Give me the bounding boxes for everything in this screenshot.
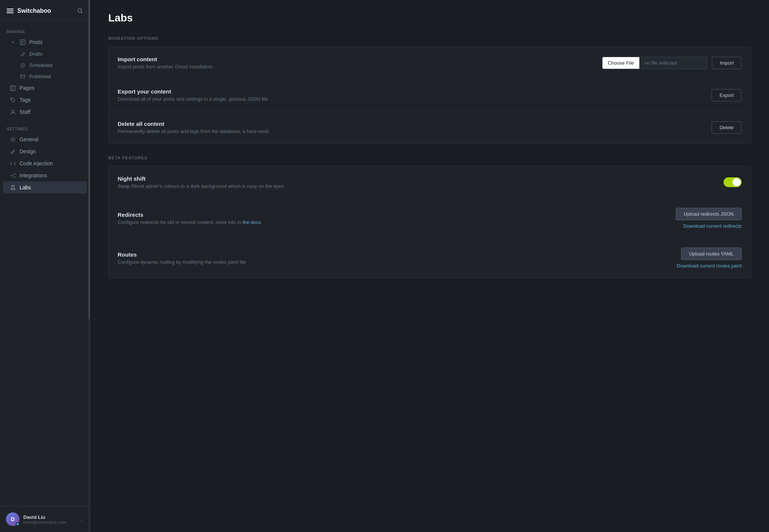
delete-card: Delete all content Permanently delete al…: [108, 112, 751, 144]
user-info: D David Liu team@switchaboo.com: [6, 512, 67, 526]
import-card-row: Import content Import posts from another…: [118, 56, 742, 70]
sidebar-item-staff[interactable]: Staff: [3, 106, 87, 118]
choose-file-button[interactable]: Choose File: [602, 57, 639, 69]
import-button[interactable]: Import: [712, 57, 742, 69]
export-desc: Download all of your posts and settings …: [118, 96, 268, 102]
drafts-icon: [20, 51, 26, 57]
import-info: Import content Import posts from another…: [118, 56, 212, 70]
file-name-text: no file selected: [639, 57, 683, 69]
import-file-wrapper: Choose File no file selected Import: [602, 57, 742, 69]
code-icon: [10, 160, 16, 166]
export-title: Export your content: [118, 88, 268, 95]
routes-actions: Upload routes YAML Download current rout…: [677, 248, 742, 269]
published-icon: [20, 73, 26, 79]
svg-line-1: [81, 12, 82, 13]
night-shift-info: Night shift Swap Ghost admin's colours t…: [118, 175, 284, 189]
avatar-badge: [16, 522, 20, 526]
gear-icon: [10, 136, 16, 142]
sidebar-header: Switchaboo: [0, 0, 90, 21]
code-injection-label: Code injection: [20, 160, 53, 166]
file-input-display: Choose File no file selected: [602, 57, 707, 69]
redirects-row: Redirects Configure redirects for old or…: [118, 208, 742, 229]
redirects-title: Redirects: [118, 212, 261, 218]
night-shift-toggle[interactable]: [724, 177, 742, 187]
download-routes-link[interactable]: Download current routes.yaml: [677, 263, 742, 269]
sidebar-item-general[interactable]: General: [3, 133, 87, 145]
svg-line-25: [12, 175, 14, 177]
sidebar-item-drafts[interactable]: Drafts: [3, 48, 87, 59]
sidebar-item-tags[interactable]: Tags: [3, 94, 87, 106]
drafts-label: Drafts: [29, 51, 42, 57]
night-shift-title: Night shift: [118, 175, 284, 182]
sidebar-item-pages[interactable]: Pages: [3, 82, 87, 94]
clock-icon: [20, 62, 26, 68]
night-shift-card: Night shift Swap Ghost admin's colours t…: [108, 166, 751, 198]
chevron-down-icon: [10, 39, 16, 45]
delete-button[interactable]: Delete: [711, 121, 742, 134]
svg-point-18: [12, 110, 14, 112]
search-button[interactable]: [77, 8, 83, 14]
svg-point-17: [12, 99, 12, 100]
pages-icon: [10, 85, 16, 91]
svg-line-8: [23, 65, 23, 66]
night-shift-row: Night shift Swap Ghost admin's colours t…: [118, 175, 742, 189]
import-desc: Import posts from another Ghost installa…: [118, 64, 212, 70]
sidebar-item-code-injection[interactable]: Code injection: [3, 157, 87, 169]
routes-info: Routes Configure dynamic routing by modi…: [118, 251, 246, 265]
redirects-docs-link[interactable]: the docs: [242, 219, 261, 225]
redirects-desc: Configure redirects for old or moved con…: [118, 219, 261, 225]
sidebar-nav: MANAGE Posts: [0, 21, 90, 506]
avatar: D: [6, 512, 20, 526]
tags-label: Tags: [20, 97, 31, 103]
sidebar-brand: Switchaboo: [7, 8, 51, 14]
staff-label: Staff: [20, 109, 30, 115]
download-redirects-link[interactable]: Download current redirects: [683, 223, 742, 229]
beta-section-label: BETA FEATURES: [108, 156, 751, 160]
labs-label: Labs: [20, 184, 31, 190]
design-label: Design: [20, 148, 36, 154]
svg-rect-14: [11, 86, 13, 90]
page-title: Labs: [108, 12, 751, 24]
sidebar-item-posts[interactable]: Posts: [3, 36, 87, 48]
settings-section-label: SETTINGS: [0, 124, 90, 133]
delete-title: Delete all content: [118, 121, 269, 127]
hamburger-icon[interactable]: [7, 9, 14, 13]
svg-point-21: [11, 175, 12, 176]
delete-desc: Permanently delete all posts and tags fr…: [118, 128, 269, 134]
main-content: Labs MIGRATION OPTIONS Import content Im…: [90, 0, 769, 532]
export-card: Export your content Download all of your…: [108, 79, 751, 111]
scrollbar-track[interactable]: [88, 0, 90, 532]
redirects-info: Redirects Configure redirects for old or…: [118, 212, 261, 225]
integrations-label: Integrations: [20, 172, 47, 178]
svg-point-22: [14, 173, 15, 174]
night-shift-desc: Swap Ghost admin's colours to a dark bac…: [118, 183, 284, 189]
sidebar-item-published[interactable]: Published: [3, 71, 87, 82]
posts-icon: [20, 39, 26, 45]
sidebar-item-integrations[interactable]: Integrations: [3, 169, 87, 181]
export-card-row: Export your content Download all of your…: [118, 88, 742, 102]
svg-point-23: [14, 177, 15, 178]
upload-redirects-button[interactable]: Upload redirects JSON: [676, 208, 742, 220]
svg-line-24: [12, 174, 14, 175]
user-footer[interactable]: D David Liu team@switchaboo.com ⌄: [0, 506, 90, 532]
redirects-card: Redirects Configure redirects for old or…: [108, 199, 751, 238]
export-button[interactable]: Export: [711, 89, 742, 101]
routes-card: Routes Configure dynamic routing by modi…: [108, 239, 751, 278]
sidebar-item-labs[interactable]: Labs: [3, 181, 87, 193]
posts-label: Posts: [29, 39, 42, 45]
sidebar: Switchaboo MANAGE: [0, 0, 90, 532]
sidebar-item-design[interactable]: Design: [3, 145, 87, 157]
pages-label: Pages: [20, 85, 35, 91]
redirects-actions: Upload redirects JSON Download current r…: [676, 208, 742, 229]
export-info: Export your content Download all of your…: [118, 88, 268, 102]
user-chevron-icon: ⌄: [80, 517, 84, 522]
search-icon: [77, 8, 83, 14]
user-details: David Liu team@switchaboo.com: [23, 514, 67, 524]
scrollbar-thumb: [88, 0, 90, 319]
routes-row: Routes Configure dynamic routing by modi…: [118, 248, 742, 269]
scheduled-label: Scheduled: [29, 62, 52, 68]
upload-routes-button[interactable]: Upload routes YAML: [681, 248, 742, 260]
app-title: Switchaboo: [17, 8, 51, 14]
toggle-thumb: [733, 178, 741, 186]
sidebar-item-scheduled[interactable]: Scheduled: [3, 59, 87, 71]
